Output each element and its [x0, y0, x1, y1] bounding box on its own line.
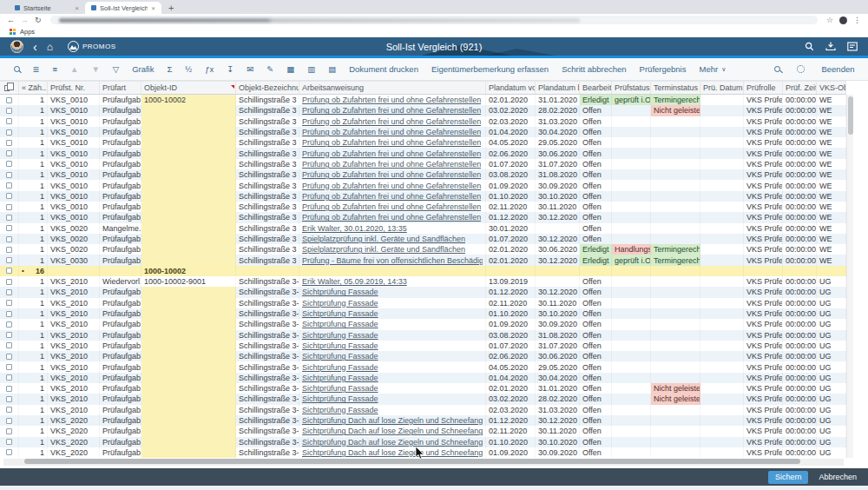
arbeitsanweisung-link[interactable]: Prüfung ob Zufahrten frei und ohne Gefah…	[302, 96, 481, 104]
arbeitsanweisung-link[interactable]: Sichtprüfung Fassade	[302, 394, 378, 403]
column-header-bea[interactable]: Bearbeit.	[580, 82, 612, 94]
row-checkbox[interactable]	[6, 374, 12, 381]
arbeitsanweisung-link[interactable]: Prüfung ob Zufahrten frei und ohne Gefah…	[302, 106, 481, 115]
eigentuemerbemerkung-erfassen-button[interactable]: Eigentümerbemerkung erfassen	[424, 64, 555, 74]
row-checkbox[interactable]	[6, 97, 12, 103]
arbeitsanweisung-link[interactable]: Prüfung - Bäume frei von offensichtliche…	[302, 256, 483, 265]
arbeitsanweisung-link[interactable]: Sichtprüfung Fassade	[302, 288, 378, 296]
arbeitsanweisung-link[interactable]: Prüfung ob Zufahrten frei und ohne Gefah…	[302, 170, 481, 179]
row-checkbox[interactable]	[6, 140, 12, 146]
cancel-button[interactable]: Abbrechen	[815, 471, 860, 484]
row-checkbox[interactable]	[6, 418, 12, 424]
arbeitsanweisung-link[interactable]: Sichtprüfung Fassade	[302, 352, 378, 361]
subtotal-icon[interactable]: ½	[179, 64, 199, 74]
arbeitsanweisung-link[interactable]: Prüfung ob Zufahrten frei und ohne Gefah…	[302, 138, 481, 147]
row-checkbox[interactable]	[6, 332, 12, 338]
vertical-scrollbar[interactable]	[846, 95, 853, 458]
forward-icon[interactable]: →	[21, 17, 29, 24]
bookmark-star-icon[interactable]: ☆	[826, 17, 833, 24]
arbeitsanweisung-link[interactable]: Erik Walter, 05.09.2019, 14:33	[302, 277, 407, 286]
settings-icon[interactable]	[791, 65, 812, 73]
column-header-rol[interactable]: Prüfrolle	[744, 82, 783, 94]
search-icon[interactable]	[768, 66, 787, 72]
grafik-button[interactable]: Grafik	[126, 64, 161, 74]
row-checkbox[interactable]	[6, 108, 12, 114]
arbeitsanweisung-link[interactable]: Sichtprüfung Fassade	[302, 406, 378, 414]
download-icon[interactable]: ↧	[220, 64, 240, 74]
grid-view-icon[interactable]: ▦	[280, 64, 301, 74]
bookmarks-apps-label[interactable]: Apps	[20, 28, 35, 36]
arbeitsanweisung-link[interactable]: Sichtprüfung Fassade	[302, 363, 378, 372]
shell-search-icon[interactable]	[805, 42, 814, 51]
row-checkbox[interactable]	[6, 268, 12, 274]
pruefergebnis-button[interactable]: Prüfergebnis	[633, 64, 693, 74]
save-button[interactable]: Sichern	[768, 471, 809, 484]
row-checkbox[interactable]	[6, 300, 12, 306]
home-icon[interactable]: ⌂	[47, 42, 53, 52]
row-checkbox[interactable]	[6, 161, 12, 167]
email-icon[interactable]: ✉	[240, 64, 260, 74]
reload-icon[interactable]: ↻	[35, 17, 42, 24]
row-checkbox[interactable]	[6, 257, 12, 263]
row-checkbox[interactable]	[6, 289, 12, 295]
row-checkbox[interactable]	[6, 342, 12, 348]
arbeitsanweisung-link[interactable]: Sichtprüfung Fassade	[302, 309, 378, 318]
row-checkbox[interactable]	[6, 193, 12, 199]
row-checkbox[interactable]	[6, 449, 12, 455]
arbeitsanweisung-link[interactable]: Prüfung ob Zufahrten frei und ohne Gefah…	[302, 117, 481, 126]
arbeitsanweisung-link[interactable]: Sichtprüfung Dach auf lose Ziegeln und S…	[302, 427, 483, 435]
column-header-zeit[interactable]: Prüf. Zeit	[783, 82, 817, 94]
row-checkbox[interactable]	[6, 396, 12, 402]
arbeitsanweisung-link[interactable]: Sichtprüfung Fassade	[302, 299, 378, 308]
arbeitsanweisung-link[interactable]: Prüfung ob Zufahrten frei und ohne Gefah…	[302, 213, 481, 222]
row-checkbox[interactable]	[6, 129, 12, 136]
row-checkbox[interactable]	[6, 407, 12, 413]
row-checkbox[interactable]	[6, 311, 12, 317]
filter-icon[interactable]: ▽	[106, 64, 125, 74]
arbeitsanweisung-link[interactable]: Sichtprüfung Fassade	[302, 320, 378, 328]
row-checkbox[interactable]	[6, 354, 12, 360]
row-checkbox[interactable]	[6, 204, 12, 210]
arbeitsanweisung-link[interactable]: Spielplatzprüfung inkl. Geräte und Sandf…	[302, 235, 465, 243]
row-checkbox[interactable]	[6, 428, 12, 434]
grid-settings-icon[interactable]: ▤	[322, 64, 343, 74]
row-checkbox[interactable]	[6, 279, 12, 285]
column-header-bis[interactable]: Plandatum bis	[536, 82, 580, 94]
column-header-pd[interactable]: Prü. Datum	[700, 82, 744, 94]
dokument-drucken-button[interactable]: Dokument drucken	[343, 64, 425, 74]
row-checkbox[interactable]	[6, 364, 12, 370]
row-checkbox[interactable]	[6, 386, 12, 392]
zoom-search-icon[interactable]	[7, 66, 26, 72]
schritt-abbrechen-button[interactable]: Schritt abbrechen	[556, 64, 633, 74]
detail-list-icon[interactable]: ≡	[46, 64, 64, 74]
column-header-von[interactable]: Plandatum von	[486, 82, 536, 94]
column-header-bez[interactable]: Objekt-Bezeichnung	[236, 82, 299, 94]
arbeitsanweisung-link[interactable]: Sichtprüfung Dach auf lose Ziegeln und S…	[302, 416, 483, 425]
select-list-icon[interactable]: ≣	[26, 64, 46, 74]
column-header-vks[interactable]: VKS-Obj...	[817, 82, 846, 94]
new-tab-button[interactable]: +	[168, 2, 174, 14]
row-checkbox[interactable]	[6, 118, 12, 124]
row-checkbox[interactable]	[6, 321, 12, 328]
column-header-pst[interactable]: Prüfstatus	[612, 82, 651, 94]
arbeitsanweisung-link[interactable]: Spielplatzprüfung inkl. Geräte und Sandf…	[302, 245, 465, 254]
arbeitsanweisung-link[interactable]: Sichtprüfung Fassade	[302, 384, 378, 393]
arbeitsanweisung-link[interactable]: Erik Walter, 30.01.2020, 13:35	[302, 224, 407, 233]
formula-icon[interactable]: ƒx	[199, 64, 220, 74]
tab-close-icon[interactable]: ×	[75, 4, 79, 12]
user-avatar[interactable]	[10, 40, 23, 53]
back-icon[interactable]: ‹	[33, 41, 37, 53]
column-header-arb[interactable]: Arbeitsanweisung	[299, 82, 486, 94]
row-checkbox[interactable]	[6, 247, 12, 253]
row-checkbox[interactable]	[6, 439, 12, 445]
signature-icon[interactable]: ✎	[260, 64, 280, 74]
horizontal-scrollbar-thumb[interactable]	[24, 459, 800, 464]
arbeitsanweisung-link[interactable]: Prüfung ob Zufahrten frei und ohne Gefah…	[302, 202, 481, 211]
arbeitsanweisung-link[interactable]: Sichtprüfung Dach auf lose Ziegeln und S…	[302, 448, 483, 457]
vertical-scrollbar-thumb[interactable]	[848, 96, 853, 135]
shell-download-icon[interactable]	[825, 42, 836, 51]
browser-menu-icon[interactable]: ⋮	[853, 17, 861, 24]
column-header-ter[interactable]: Terminstatus	[651, 82, 700, 94]
arbeitsanweisung-link[interactable]: Prüfung ob Zufahrten frei und ohne Gefah…	[302, 182, 481, 190]
row-checkbox[interactable]	[6, 236, 12, 242]
